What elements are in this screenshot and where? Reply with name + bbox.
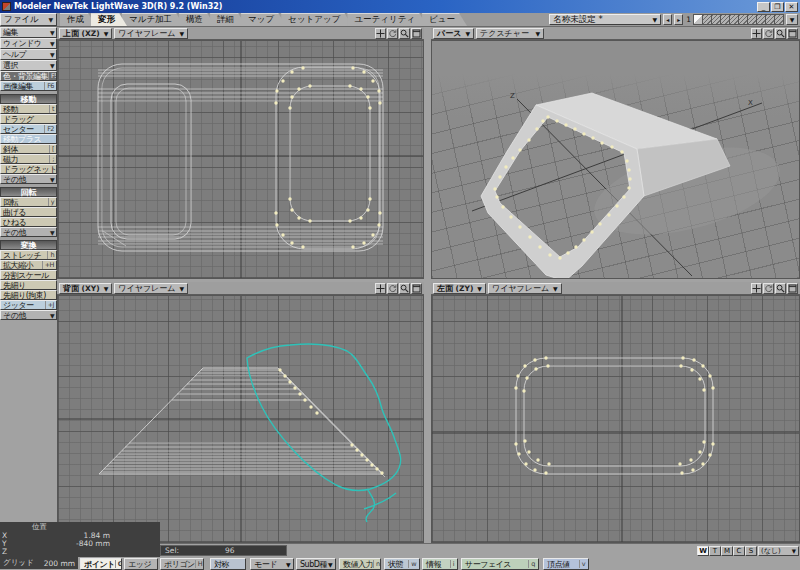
subd-dropdown[interactable]: SubD種▼ <box>296 558 336 570</box>
viewport-top[interactable] <box>57 40 424 279</box>
tab-作成[interactable]: 作成 <box>60 13 96 26</box>
numeric-button[interactable]: 数値入力n <box>339 558 381 570</box>
viewport-view-selector[interactable]: 背面 (XY)▼ <box>59 283 112 294</box>
vmap-C[interactable]: C <box>733 546 745 556</box>
tool-label: センター <box>3 124 34 134</box>
viewport-left[interactable] <box>431 295 800 543</box>
tab-ビュー[interactable]: ビュー <box>422 13 467 26</box>
rotate-icon[interactable] <box>387 28 398 39</box>
label: モード <box>254 559 277 570</box>
tool-移動プラス[interactable]: 移動プラス <box>0 134 57 144</box>
tab-構造[interactable]: 構造 <box>179 13 215 26</box>
vmap-S[interactable]: S <box>745 546 757 556</box>
surface-button[interactable]: サーフェイスq <box>461 558 539 570</box>
group-header-回転: 回転 <box>0 187 57 197</box>
viewport-view-selector[interactable]: 上面 (XZ)▼ <box>59 28 112 39</box>
maximize-icon[interactable] <box>787 28 798 39</box>
object-selector[interactable]: 名称未設定 * ▼ <box>549 14 661 25</box>
layer-tile-10[interactable] <box>774 14 784 25</box>
menu-help[interactable]: ヘルプ▼ <box>0 49 57 60</box>
menu-edit[interactable]: 編集▼ <box>0 27 57 38</box>
tab-セットアップ[interactable]: セットアップ <box>281 13 352 26</box>
maximize-icon[interactable] <box>411 283 422 294</box>
tool-磁力[interactable]: 磁力; <box>0 154 57 164</box>
mode-polygons[interactable]: ポリゴンH <box>160 558 204 570</box>
vmap-T[interactable]: T <box>709 546 721 556</box>
tool-label: 分割スケール <box>3 270 49 280</box>
tool-先細り[interactable]: 先細り <box>0 280 57 290</box>
tool-回転[interactable]: 回転y <box>0 197 57 207</box>
zoom-icon[interactable] <box>775 28 786 39</box>
menu-select[interactable]: 選択▼ <box>0 60 57 71</box>
maximize-icon[interactable] <box>787 283 798 294</box>
maximize-button[interactable]: ❐ <box>771 2 784 12</box>
mode-edges[interactable]: エッジ <box>124 558 158 570</box>
tab-マップ[interactable]: マップ <box>241 13 286 26</box>
tool-ドラッグ[interactable]: ドラッグ <box>0 114 57 124</box>
menu-label: 編集 <box>3 27 18 38</box>
modes-dropdown[interactable]: モード▼ <box>250 558 294 570</box>
tool-曲げる[interactable]: 曲げる <box>0 207 57 217</box>
tool-その他[interactable]: その他▼ <box>0 310 57 320</box>
tool-その他[interactable]: その他▼ <box>0 227 57 237</box>
command-色・背景編集[interactable]: 色・背景編集F5 <box>0 71 57 81</box>
zoom-icon[interactable] <box>399 283 410 294</box>
mode-points[interactable]: ポイントG <box>80 558 122 570</box>
layer-next-button[interactable]: ▸ <box>674 14 683 25</box>
tool-分割スケール[interactable]: 分割スケール <box>0 270 57 280</box>
layer-prev-button[interactable]: ◂ <box>663 14 672 25</box>
pan-icon[interactable] <box>751 28 762 39</box>
statistics-button[interactable]: 状態w <box>384 558 420 570</box>
pan-icon[interactable] <box>375 283 386 294</box>
tab-マルチ加工[interactable]: マルチ加工 <box>122 13 184 26</box>
tool-label: 斜体 <box>3 144 18 154</box>
tool-先細り(拘束)[interactable]: 先細り(拘束) <box>0 290 57 300</box>
vmap-M[interactable]: M <box>721 546 733 556</box>
tab-詳細[interactable]: 詳細 <box>210 13 246 26</box>
tool-ストレッチ[interactable]: ストレッチh <box>0 250 57 260</box>
tool-センター[interactable]: センターF2 <box>0 124 57 134</box>
viewport-shading-selector[interactable]: テクスチャー▼ <box>476 28 544 39</box>
vertex-map-selector[interactable]: (なし) ▼ <box>758 546 799 556</box>
pan-icon[interactable] <box>751 283 762 294</box>
maximize-icon[interactable] <box>411 28 422 39</box>
tab-変形[interactable]: 変形 <box>91 13 127 26</box>
tool-拡大縮小[interactable]: 拡大縮小+H <box>0 260 57 270</box>
tool-移動[interactable]: 移動t <box>0 104 57 114</box>
chevron-down-icon: ▼ <box>175 285 184 292</box>
viewport-perspective[interactable]: Z X <box>431 40 800 279</box>
tool-ひねる[interactable]: ひねる <box>0 217 57 227</box>
title-bar[interactable]: Modeler NewTek LightWave 3D(R) 9.2 (Win3… <box>0 0 800 13</box>
viewport-view-selector[interactable]: パース▼ <box>433 28 474 39</box>
viewport-shading-selector[interactable]: ワイヤフレーム▼ <box>114 283 188 294</box>
viewport-shading-selector[interactable]: ワイヤフレーム▼ <box>114 28 188 39</box>
rotate-icon[interactable] <box>763 28 774 39</box>
command-画像編集[interactable]: 画像編集F6 <box>0 81 57 91</box>
grid-size-value: 200 mm <box>44 559 75 568</box>
info-button[interactable]: 情報i <box>422 558 458 570</box>
zoom-icon[interactable] <box>399 28 410 39</box>
selected-points[interactable] <box>514 356 714 474</box>
viewport-shading-selector[interactable]: ワイヤフレーム▼ <box>488 283 562 294</box>
close-button[interactable]: ✕ <box>785 2 798 12</box>
tab-ユーティリティ[interactable]: ユーティリティ <box>347 13 427 26</box>
rotate-icon[interactable] <box>387 283 398 294</box>
menu-window[interactable]: ウィンドウ▼ <box>0 38 57 49</box>
symmetry-button[interactable]: 対称 <box>210 558 246 570</box>
chevron-down-icon: ▼ <box>50 312 54 319</box>
set-value-button[interactable]: 頂点値v <box>543 558 589 570</box>
layer-menu-button[interactable]: ▼ <box>786 14 798 25</box>
tool-ドラッグネット[interactable]: ドラッグネット <box>0 164 57 174</box>
tool-ジッター[interactable]: ジッター+J <box>0 300 57 310</box>
tool-その他[interactable]: その他▼ <box>0 174 57 184</box>
viewport-back[interactable] <box>57 295 424 543</box>
viewport-view-selector[interactable]: 左面 (ZY)▼ <box>433 283 486 294</box>
grid-size-display: グリッド 200 mm <box>0 557 78 569</box>
rotate-icon[interactable] <box>763 283 774 294</box>
vmap-W[interactable]: W <box>697 546 709 556</box>
pan-icon[interactable] <box>375 28 386 39</box>
tool-斜体[interactable]: 斜体[ <box>0 144 57 154</box>
zoom-icon[interactable] <box>775 283 786 294</box>
file-menu[interactable]: ファイル ▼ <box>0 13 57 26</box>
minimize-button[interactable]: _ <box>757 2 770 12</box>
